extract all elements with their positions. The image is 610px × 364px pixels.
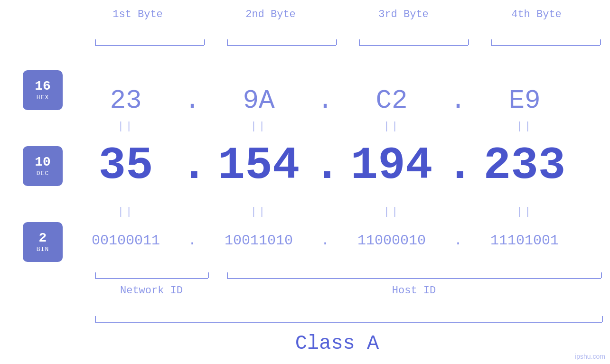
bracket-tick-1b xyxy=(204,39,205,45)
bin-row: 00100011 . 10011010 . 11000010 . 1110100… xyxy=(71,233,603,249)
hex-badge-number: 16 xyxy=(35,79,51,94)
bracket-tick-1 xyxy=(95,39,96,45)
hex-byte-4: E9 xyxy=(470,85,579,116)
host-bracket-tick-left xyxy=(227,272,228,278)
dec-badge: 10 DEC xyxy=(23,146,63,186)
equals-8: || xyxy=(470,206,579,218)
byte-header-2: 2nd Byte xyxy=(218,9,323,20)
class-bracket-line xyxy=(95,322,602,323)
dec-dot-2: . xyxy=(313,140,337,192)
net-bracket-tick-right xyxy=(208,272,209,278)
equals-4: || xyxy=(470,121,579,132)
bracket-line-3 xyxy=(359,45,468,46)
equals-1: || xyxy=(71,121,180,132)
dec-dot-3: . xyxy=(446,140,470,192)
hex-byte-2: 9A xyxy=(204,85,313,116)
hex-dot-3: . xyxy=(446,85,470,116)
equals-7: || xyxy=(337,206,446,218)
class-label: Class A xyxy=(71,332,603,355)
dec-byte-4: 233 xyxy=(470,140,579,192)
hex-badge-label: HEX xyxy=(37,94,49,101)
bin-byte-4: 11101001 xyxy=(470,233,579,249)
bracket-tick-4 xyxy=(491,39,492,45)
bracket-tick-3 xyxy=(359,39,360,45)
bracket-tick-2 xyxy=(227,39,228,45)
dec-badge-number: 10 xyxy=(35,155,51,170)
byte-header-3: 3rd Byte xyxy=(351,9,456,20)
dec-byte-2: 154 xyxy=(204,140,313,192)
bin-byte-1: 00100011 xyxy=(71,233,180,249)
equals-6: || xyxy=(204,206,313,218)
bin-badge: 2 BIN xyxy=(23,222,63,262)
equals-5: || xyxy=(71,206,180,218)
bracket-tick-3b xyxy=(468,39,469,45)
equals-row-1: || || || || xyxy=(71,121,603,132)
equals-row-2: || || || || xyxy=(71,206,603,218)
bin-dot-3: . xyxy=(446,233,470,249)
hex-badge: 16 HEX xyxy=(23,70,63,110)
class-bracket-tick-right xyxy=(602,316,603,322)
host-bracket-tick-right xyxy=(601,272,602,278)
watermark: ipshu.com xyxy=(575,353,605,360)
bin-dot-1: . xyxy=(180,233,204,249)
bin-byte-2: 10011010 xyxy=(204,233,313,249)
bin-byte-3: 11000010 xyxy=(337,233,446,249)
dec-byte-1: 35 xyxy=(71,140,180,192)
hex-byte-1: 23 xyxy=(71,85,180,116)
main-container: 16 HEX 10 DEC 2 BIN 1st Byte 2nd Byte 3r… xyxy=(0,0,610,364)
dec-byte-3: 194 xyxy=(337,140,446,192)
class-bracket-tick-left xyxy=(95,316,96,322)
equals-2: || xyxy=(204,121,313,132)
equals-3: || xyxy=(337,121,446,132)
hex-byte-3: C2 xyxy=(337,85,446,116)
network-id-label: Network ID xyxy=(95,285,208,297)
bracket-line-2 xyxy=(227,45,336,46)
host-id-label: Host ID xyxy=(227,285,601,297)
bracket-line-1 xyxy=(95,45,204,46)
hex-dot-2: . xyxy=(313,85,337,116)
byte-header-1: 1st Byte xyxy=(85,9,190,20)
bracket-tick-4b xyxy=(600,39,601,45)
bin-badge-number: 2 xyxy=(39,231,47,246)
dec-dot-1: . xyxy=(180,140,204,192)
bracket-tick-2b xyxy=(336,39,337,45)
net-bracket-tick-left xyxy=(95,272,96,278)
host-bracket-line xyxy=(227,278,601,279)
dec-row: 35 . 154 . 194 . 233 xyxy=(71,140,603,192)
bin-badge-label: BIN xyxy=(37,246,49,253)
bin-dot-2: . xyxy=(313,233,337,249)
byte-headers: 1st Byte 2nd Byte 3rd Byte 4th Byte xyxy=(71,9,603,20)
net-bracket-line xyxy=(95,278,208,279)
hex-dot-1: . xyxy=(180,85,204,116)
byte-header-4: 4th Byte xyxy=(484,9,589,20)
bracket-line-4 xyxy=(491,45,600,46)
dec-badge-label: DEC xyxy=(37,170,49,177)
hex-row: 23 . 9A . C2 . E9 xyxy=(71,85,603,116)
